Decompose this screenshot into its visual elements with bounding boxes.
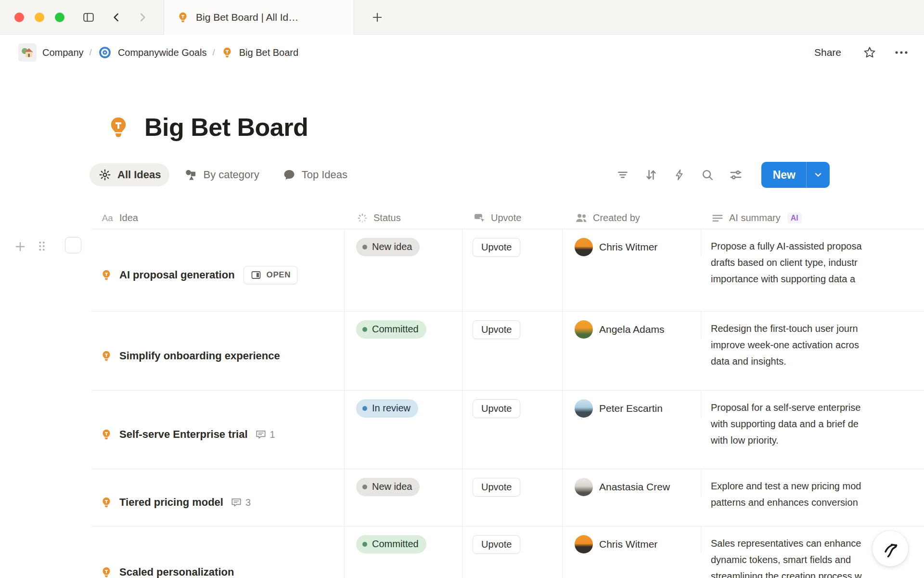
status-badge[interactable]: New idea <box>356 238 420 256</box>
idea-title[interactable]: Simplify onboarding experience <box>119 350 280 362</box>
upvote-button[interactable]: Upvote <box>473 478 520 497</box>
row-checkbox[interactable] <box>65 237 81 253</box>
summary-line: drafts based on client type, industr <box>711 254 924 271</box>
table-row[interactable]: Self-serve Enterprise trial1In reviewUpv… <box>91 390 924 469</box>
comment-count-value: 3 <box>245 497 251 508</box>
target-icon <box>98 45 112 60</box>
created-by-cell[interactable]: Chris Witmer <box>563 526 701 553</box>
chevron-left-icon <box>110 11 123 24</box>
summary-line: with supporting data and a brief de <box>711 416 924 432</box>
idea-title[interactable]: Self-serve Enterprise trial <box>119 428 248 441</box>
idea-cell[interactable]: Tiered pricing model3 <box>91 469 345 526</box>
table-row[interactable]: Scaled personalizationCommittedUpvoteChr… <box>91 526 924 578</box>
new-button[interactable]: New <box>761 162 806 188</box>
breadcrumb-item-company[interactable]: Company <box>14 40 88 65</box>
search-icon[interactable] <box>701 168 714 182</box>
breadcrumb-label: Company <box>42 47 84 58</box>
ai-summary-cell[interactable]: Propose a fully AI-assisted proposadraft… <box>701 229 924 311</box>
idea-cell[interactable]: Self-serve Enterprise trial1 <box>91 391 345 469</box>
idea-title[interactable]: Tiered pricing model <box>119 496 223 509</box>
ai-summary-cell[interactable]: Proposal for a self-serve enterprisewith… <box>701 391 924 469</box>
upvote-button[interactable]: Upvote <box>473 399 520 418</box>
status-cell[interactable]: Committed <box>345 526 462 578</box>
comment-count[interactable]: 3 <box>230 496 251 509</box>
column-header-upvote[interactable]: Upvote <box>462 211 563 225</box>
summary-line: improve week-one activation acros <box>711 337 924 353</box>
breadcrumb-item-companywide-goals[interactable]: Companywide Goals <box>94 42 211 63</box>
sidebar-toggle-button[interactable] <box>78 7 99 28</box>
upvote-button[interactable]: Upvote <box>473 238 520 257</box>
filter-icon[interactable] <box>616 168 629 182</box>
zoom-window-button[interactable] <box>55 13 64 22</box>
column-header-status[interactable]: Status <box>345 212 462 224</box>
status-cell[interactable]: New idea <box>345 469 462 526</box>
idea-title[interactable]: Scaled personalization <box>119 566 234 578</box>
creator-name: Chris Witmer <box>599 539 657 550</box>
table-row[interactable]: Tiered pricing model3New ideaUpvoteAnast… <box>91 469 924 526</box>
new-tab-button[interactable] <box>367 7 388 28</box>
created-by-cell[interactable]: Peter Escartin <box>563 391 701 418</box>
open-label: OPEN <box>267 270 291 280</box>
status-cell[interactable]: In review <box>345 391 462 469</box>
table-row[interactable]: Simplify onboarding experienceCommittedU… <box>91 311 924 390</box>
created-by-cell[interactable]: Angela Adams <box>563 312 701 339</box>
status-badge[interactable]: Committed <box>356 320 426 339</box>
page-icon-bulb[interactable] <box>106 115 131 140</box>
nav-back-button[interactable] <box>106 7 127 28</box>
ellipsis-icon <box>893 44 910 61</box>
summary-line: Explore and test a new pricing mod <box>711 478 924 494</box>
browser-tab[interactable]: Big Bet Board | All Id… <box>164 0 354 35</box>
idea-cell[interactable]: Simplify onboarding experience <box>91 312 345 390</box>
upvote-button[interactable]: Upvote <box>473 535 520 554</box>
side-peek-icon <box>250 269 262 281</box>
status-cell[interactable]: Committed <box>345 312 462 390</box>
view-tab-by-category[interactable]: By category <box>175 163 268 186</box>
column-header-created-by[interactable]: Created by <box>563 211 701 225</box>
nav-forward-button[interactable] <box>132 7 153 28</box>
idea-cell[interactable]: Scaled personalization <box>91 526 345 578</box>
comment-count-value: 1 <box>270 429 275 440</box>
comment-count[interactable]: 1 <box>255 428 275 441</box>
view-tab-all-ideas[interactable]: All Ideas <box>90 163 169 186</box>
view-settings-icon[interactable] <box>729 168 743 182</box>
open-row-button[interactable]: OPEN <box>244 266 298 284</box>
summary-line: importance with supporting data a <box>711 271 924 287</box>
upvote-cell: Upvote <box>462 469 563 526</box>
column-header-idea[interactable]: Aa Idea <box>91 211 345 225</box>
add-row-button[interactable] <box>13 240 27 253</box>
plus-icon <box>13 240 27 253</box>
breadcrumb-item-big-bet-board[interactable]: Big Bet Board <box>217 43 302 62</box>
favorite-button[interactable] <box>862 45 877 60</box>
ai-badge: AI <box>787 213 802 223</box>
idea-title[interactable]: AI proposal generation <box>119 269 235 281</box>
sort-icon[interactable] <box>644 168 658 182</box>
scribble-icon <box>880 538 901 559</box>
status-badge[interactable]: New idea <box>356 478 420 496</box>
star-icon <box>862 45 877 60</box>
drag-handle[interactable] <box>35 239 49 253</box>
status-label: Committed <box>372 539 419 550</box>
status-property-icon <box>356 212 369 224</box>
table-row[interactable]: AI proposal generationOPENNew ideaUpvote… <box>91 229 924 311</box>
automation-bolt-icon[interactable] <box>673 168 686 182</box>
new-dropdown-button[interactable] <box>806 162 830 188</box>
status-badge[interactable]: In review <box>356 399 418 418</box>
idea-cell[interactable]: AI proposal generationOPEN <box>91 229 345 311</box>
column-header-ai-summary[interactable]: AI summary AI <box>701 211 924 225</box>
close-window-button[interactable] <box>14 13 24 22</box>
ai-summary-cell[interactable]: Redesign the first-touch user journimpro… <box>701 312 924 390</box>
view-tab-top-ideas[interactable]: Top Ideas <box>274 163 356 186</box>
bulb-icon <box>100 269 113 281</box>
upvote-button[interactable]: Upvote <box>473 320 520 339</box>
minimize-window-button[interactable] <box>35 13 44 22</box>
status-cell[interactable]: New idea <box>345 229 462 311</box>
column-label: Idea <box>119 212 138 223</box>
status-badge[interactable]: Committed <box>356 535 426 553</box>
status-dot-icon <box>362 327 367 332</box>
ai-summary-cell[interactable]: Explore and test a new pricing modpatter… <box>701 469 924 526</box>
share-button[interactable]: Share <box>809 44 846 61</box>
more-options-button[interactable] <box>893 44 910 61</box>
bulb-icon <box>177 11 189 24</box>
created-by-cell[interactable]: Anastasia Crew <box>563 469 701 496</box>
created-by-cell[interactable]: Chris Witmer <box>563 229 701 256</box>
